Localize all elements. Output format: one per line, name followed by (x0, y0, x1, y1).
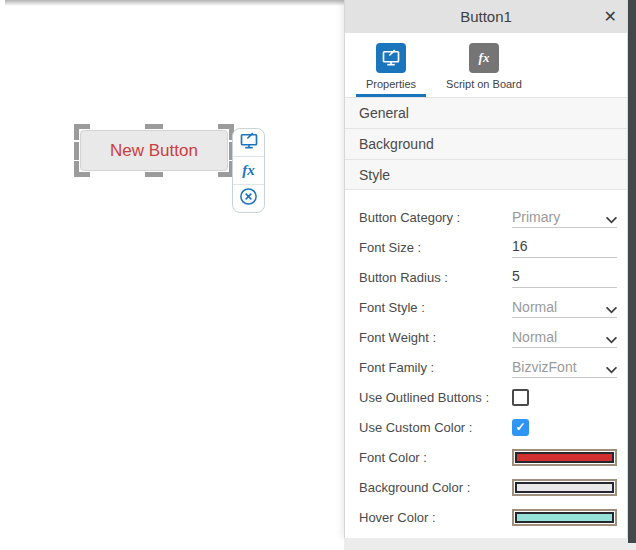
properties-panel: Button1 ✕ Properties fx Script on Board … (344, 0, 628, 538)
chevron-down-icon (606, 337, 617, 344)
field-font-size: Font Size : (345, 232, 627, 262)
use-outlined-buttons-checkbox[interactable] (512, 389, 529, 406)
swatch-fill (515, 482, 614, 493)
field-label: Font Weight : (359, 330, 512, 345)
button-radius-field (512, 266, 617, 288)
edit-properties-button[interactable] (233, 129, 264, 156)
widget-toolbar: fx (232, 128, 265, 213)
field-button-category: Button Category : Primary (345, 202, 627, 232)
field-label: Use Custom Color : (359, 420, 512, 435)
field-font-family: Font Family : BizvizFont (345, 352, 627, 382)
field-font-color: Font Color : (345, 442, 627, 472)
select-value: Normal (512, 300, 557, 314)
scrollbar[interactable] (628, 0, 636, 543)
font-family-select[interactable]: BizvizFont (512, 356, 617, 378)
background-color-swatch[interactable] (512, 479, 617, 496)
chevron-down-icon (606, 307, 617, 314)
field-use-custom-color: Use Custom Color : ✓ (345, 412, 627, 442)
button-category-select[interactable]: Primary (512, 206, 617, 228)
field-label: Font Color : (359, 450, 512, 465)
canvas-new-button[interactable]: New Button (80, 130, 228, 171)
check-icon: ✓ (515, 420, 525, 434)
font-size-input[interactable] (512, 238, 617, 254)
field-label: Hover Color : (359, 510, 512, 525)
fx-icon: fx (469, 43, 499, 73)
field-use-outlined-buttons: Use Outlined Buttons : (345, 382, 627, 412)
resize-handle-left[interactable] (74, 142, 79, 160)
monitor-edit-icon (239, 131, 259, 155)
field-label: Use Outlined Buttons : (359, 390, 512, 405)
chevron-down-icon (606, 217, 617, 224)
resize-handle-top[interactable] (145, 124, 163, 129)
field-label: Button Category : (359, 210, 512, 225)
chevron-down-icon (606, 367, 617, 374)
field-button-radius: Button Radius : (345, 262, 627, 292)
tab-label: Script on Board (446, 78, 522, 90)
panel-header: Button1 ✕ (345, 0, 627, 33)
select-value: Primary (512, 210, 560, 224)
field-label: Button Radius : (359, 270, 512, 285)
select-value: Normal (512, 330, 557, 344)
remove-circle-icon (239, 187, 258, 210)
monitor-edit-icon (376, 43, 406, 73)
font-color-swatch[interactable] (512, 449, 617, 466)
remove-widget-button[interactable] (233, 184, 264, 212)
design-canvas[interactable]: New Button fx (0, 0, 344, 550)
use-custom-color-checkbox[interactable]: ✓ (512, 419, 529, 436)
close-icon[interactable]: ✕ (604, 9, 617, 25)
panel-bottom-strip (344, 538, 636, 550)
tab-properties[interactable]: Properties (356, 43, 426, 97)
swatch-fill (515, 512, 614, 523)
field-font-weight: Font Weight : Normal (345, 322, 627, 352)
tab-script-on-board[interactable]: fx Script on Board (439, 43, 529, 97)
swatch-fill (515, 452, 614, 463)
field-label: Font Family : (359, 360, 512, 375)
font-weight-select[interactable]: Normal (512, 326, 617, 348)
section-background[interactable]: Background (345, 128, 627, 159)
field-background-color: Background Color : (345, 472, 627, 502)
field-label: Background Color : (359, 480, 512, 495)
field-hover-color: Hover Color : (345, 502, 627, 532)
font-size-field (512, 236, 617, 258)
panel-tabs: Properties fx Script on Board (345, 33, 627, 97)
section-general[interactable]: General (345, 97, 627, 128)
selection-frame: New Button (74, 124, 234, 177)
field-label: Font Style : (359, 300, 512, 315)
field-font-style: Font Style : Normal (345, 292, 627, 322)
field-label: Font Size : (359, 240, 512, 255)
canvas-top-shadow (5, 0, 344, 6)
select-value: BizvizFont (512, 360, 577, 374)
tab-label: Properties (366, 78, 416, 90)
accordion-sections: General Background Style (345, 97, 627, 190)
hover-color-swatch[interactable] (512, 509, 617, 526)
font-style-select[interactable]: Normal (512, 296, 617, 318)
fx-icon: fx (242, 162, 255, 179)
button-radius-input[interactable] (512, 268, 617, 284)
script-fx-button[interactable]: fx (233, 156, 264, 184)
panel-title: Button1 (460, 8, 512, 25)
resize-handle-bottom[interactable] (145, 172, 163, 177)
style-fields: Button Category : Primary Font Size : Bu… (345, 190, 627, 532)
section-style[interactable]: Style (345, 159, 627, 190)
